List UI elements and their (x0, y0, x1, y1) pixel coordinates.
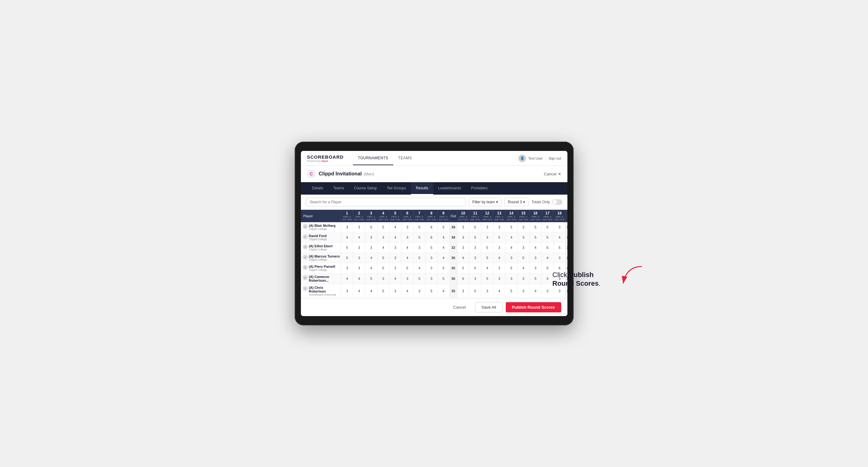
score-hole-9[interactable]: 4 (438, 232, 450, 243)
score-hole-8[interactable]: 6 (426, 232, 438, 243)
save-all-btn[interactable]: Save All (475, 302, 503, 312)
score-hole-12[interactable]: 3 (481, 232, 493, 243)
score-hole-10[interactable]: 3 (457, 243, 469, 253)
score-hole-13[interactable]: 3 (493, 222, 505, 232)
score-hole-17[interactable]: 6 (541, 243, 554, 253)
totals-toggle-switch[interactable] (552, 199, 562, 205)
score-hole-6[interactable]: 4 (401, 253, 413, 263)
score-hole-5[interactable]: 4 (389, 222, 401, 232)
score-hole-9[interactable]: 5 (438, 273, 450, 284)
score-hole-12[interactable]: 5 (481, 253, 493, 263)
score-hole-14[interactable]: 5 (505, 263, 518, 273)
score-hole-16[interactable]: 4 (529, 284, 541, 298)
footer-cancel-btn[interactable]: Cancel (447, 302, 472, 312)
score-hole-16[interactable]: 5 (529, 222, 541, 232)
score-hole-2[interactable]: 3 (353, 253, 365, 263)
score-hole-5[interactable]: 3 (389, 243, 401, 253)
score-hole-15[interactable]: 4 (517, 263, 529, 273)
score-hole-14[interactable]: 3 (505, 273, 518, 284)
score-hole-9[interactable]: 5 (438, 263, 450, 273)
score-hole-1[interactable]: 3 (341, 263, 353, 273)
score-hole-1[interactable]: 4 (341, 273, 353, 284)
score-hole-16[interactable]: 5 (529, 273, 541, 284)
tab-tee-groups[interactable]: Tee Groups (382, 182, 411, 195)
score-hole-11[interactable]: 5 (469, 222, 481, 232)
cancel-tournament-btn[interactable]: Cancel ✕ (544, 172, 561, 176)
score-hole-16[interactable]: 3 (529, 253, 541, 263)
score-hole-10[interactable]: 3 (457, 284, 469, 298)
score-hole-5[interactable]: 4 (389, 273, 401, 284)
score-hole-11[interactable]: 3 (469, 253, 481, 263)
score-hole-2[interactable]: 3 (353, 263, 365, 273)
score-hole-10[interactable]: 6 (457, 273, 469, 284)
score-hole-4[interactable]: 5 (377, 253, 389, 263)
score-hole-17[interactable]: 5 (541, 222, 554, 232)
score-hole-11[interactable]: 3 (469, 243, 481, 253)
score-hole-2[interactable]: 4 (353, 284, 365, 298)
score-hole-3[interactable]: 5 (365, 222, 377, 232)
score-hole-4[interactable]: 3 (377, 232, 389, 243)
score-hole-10[interactable]: 5 (457, 263, 469, 273)
score-hole-2[interactable]: 3 (353, 222, 365, 232)
nav-tournaments[interactable]: TOURNAMENTS (353, 152, 393, 165)
score-hole-17[interactable]: 5 (541, 263, 554, 273)
score-hole-6[interactable]: 3 (401, 222, 413, 232)
score-hole-17[interactable]: 4 (541, 253, 554, 263)
score-hole-4[interactable]: 5 (377, 222, 389, 232)
score-hole-11[interactable]: 5 (469, 263, 481, 273)
score-hole-5[interactable]: 4 (389, 232, 401, 243)
score-hole-12[interactable]: 3 (481, 284, 493, 298)
score-hole-10[interactable]: 3 (457, 222, 469, 232)
score-hole-6[interactable]: 4 (401, 284, 413, 298)
score-hole-12[interactable]: 5 (481, 243, 493, 253)
score-hole-10[interactable]: 3 (457, 232, 469, 243)
score-hole-4[interactable]: 4 (377, 243, 389, 253)
score-hole-13[interactable]: 3 (493, 273, 505, 284)
score-hole-7[interactable]: 5 (413, 273, 426, 284)
score-hole-3[interactable]: 3 (365, 232, 377, 243)
nav-teams[interactable]: TEAMS (393, 152, 417, 165)
score-hole-15[interactable]: 3 (517, 273, 529, 284)
score-hole-3[interactable]: 3 (365, 243, 377, 253)
score-hole-17[interactable]: 4 (541, 273, 554, 284)
score-hole-3[interactable]: 5 (365, 273, 377, 284)
score-hole-3[interactable]: 4 (365, 253, 377, 263)
tab-details[interactable]: Details (307, 182, 329, 195)
score-hole-1[interactable]: 4 (341, 232, 353, 243)
score-hole-1[interactable]: 5 (341, 243, 353, 253)
score-hole-1[interactable]: 3 (341, 284, 353, 298)
score-hole-13[interactable]: 4 (493, 253, 505, 263)
score-hole-3[interactable]: 4 (365, 263, 377, 273)
score-hole-13[interactable]: 3 (493, 263, 505, 273)
score-hole-2[interactable]: 4 (353, 273, 365, 284)
score-hole-7[interactable]: 5 (413, 253, 426, 263)
score-hole-5[interactable]: 3 (389, 263, 401, 273)
score-hole-8[interactable]: 3 (426, 273, 438, 284)
score-hole-16[interactable]: 4 (529, 243, 541, 253)
score-hole-5[interactable]: 3 (389, 253, 401, 263)
score-hole-7[interactable]: 4 (413, 263, 426, 273)
score-hole-7[interactable]: 5 (413, 222, 426, 232)
filter-team-select[interactable]: Filter by team ▾ (469, 198, 501, 207)
score-hole-15[interactable]: 3 (517, 222, 529, 232)
score-hole-4[interactable]: 5 (377, 263, 389, 273)
score-hole-17[interactable]: 3 (541, 284, 554, 298)
tab-leaderboards[interactable]: Leaderboards (433, 182, 466, 195)
score-hole-6[interactable]: 3 (401, 273, 413, 284)
score-hole-11[interactable]: 3 (469, 273, 481, 284)
score-hole-18[interactable]: 5 (554, 243, 565, 253)
score-hole-8[interactable]: 5 (426, 243, 438, 253)
score-hole-5[interactable]: 3 (389, 284, 401, 298)
score-hole-3[interactable]: 4 (365, 284, 377, 298)
score-hole-16[interactable]: 3 (529, 263, 541, 273)
score-hole-7[interactable]: 3 (413, 284, 426, 298)
score-hole-12[interactable]: 3 (481, 222, 493, 232)
score-hole-6[interactable]: 4 (401, 243, 413, 253)
publish-round-scores-btn[interactable]: Publish Round Scores (506, 302, 561, 312)
search-input[interactable] (306, 198, 466, 207)
score-hole-15[interactable]: 5 (517, 253, 529, 263)
score-hole-4[interactable]: 3 (377, 273, 389, 284)
score-hole-18[interactable]: 3 (554, 222, 565, 232)
tab-teams[interactable]: Teams (328, 182, 349, 195)
score-hole-1[interactable]: 3 (341, 222, 353, 232)
